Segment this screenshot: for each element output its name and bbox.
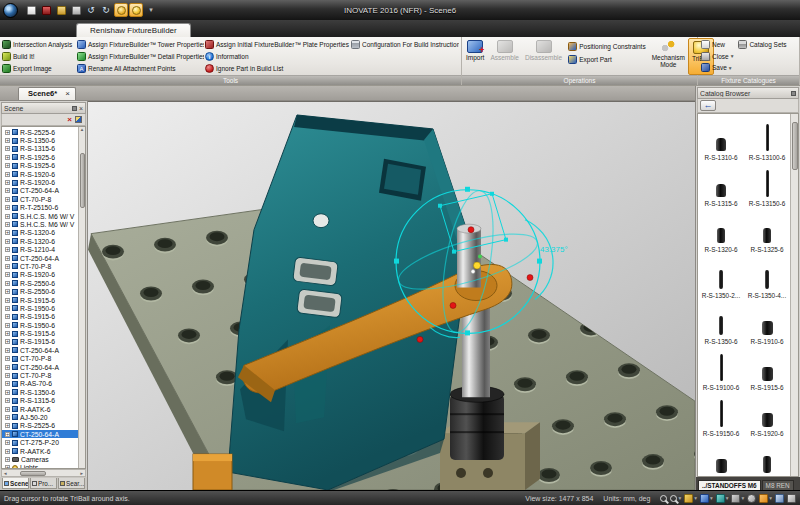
- catalog-item-r-s-1350-2[interactable]: R-S-1350-2...: [698, 254, 744, 300]
- tree-item[interactable]: CT-70-P-8: [2, 355, 78, 363]
- tree-item[interactable]: CT-70-P-8: [2, 262, 78, 270]
- expander-icon[interactable]: [5, 465, 10, 468]
- expander-icon[interactable]: [5, 390, 10, 395]
- tree-item[interactable]: R-S-2550-6: [2, 279, 78, 287]
- scroll-left-icon[interactable]: ◄: [2, 471, 8, 476]
- mechanism-mode-button[interactable]: Mechanism Mode: [649, 38, 688, 75]
- expander-icon[interactable]: [5, 449, 10, 454]
- catalog-item-r-s-1950-6[interactable]: R-S-1950-6: [744, 438, 790, 477]
- tree-item[interactable]: R-S-1920-6: [2, 170, 78, 178]
- catalog-item-r-s-1350-4[interactable]: R-S-1350-4...: [744, 254, 790, 300]
- pan-button[interactable]: ▾: [716, 494, 729, 503]
- triball-toggle-button[interactable]: [129, 3, 143, 17]
- expander-icon[interactable]: [5, 314, 10, 319]
- dropdown-caret-icon[interactable]: ▾: [726, 495, 729, 501]
- tree-item[interactable]: R-S-1315-6: [2, 145, 78, 153]
- viewport-3d[interactable]: 43.375°: [88, 101, 695, 490]
- tree-item[interactable]: R-T-25150-6: [2, 204, 78, 212]
- clamp-block[interactable]: [193, 454, 232, 490]
- expander-icon[interactable]: [5, 239, 10, 244]
- locating-pin[interactable]: [457, 224, 481, 287]
- tree-item[interactable]: S.H.C.S. M6 W/ V: [2, 220, 78, 228]
- panel-tab-scene[interactable]: Scene: [2, 478, 29, 489]
- catalog-item-r-s-1320-6[interactable]: R-S-1320-6: [698, 208, 744, 254]
- scrollbar-thumb[interactable]: [20, 471, 46, 476]
- expander-icon[interactable]: [5, 230, 10, 235]
- positioning-constraints-button[interactable]: Positioning Constraints: [568, 42, 645, 51]
- tree-item[interactable]: CT-250-64-A: [2, 430, 78, 438]
- expander-icon[interactable]: [5, 339, 10, 344]
- dropdown-caret-icon[interactable]: ▾: [678, 495, 681, 501]
- delete-filter-icon[interactable]: ×: [67, 116, 72, 124]
- tree-item[interactable]: R-S-1915-6: [2, 329, 78, 337]
- configuration-for-build-instructions-button[interactable]: Configuration For Build Instructions: [350, 40, 459, 49]
- tree-item-cameras[interactable]: Cameras: [2, 455, 78, 463]
- snap-toggle-button[interactable]: [114, 3, 128, 17]
- tree-item[interactable]: R-S-1320-6: [2, 237, 78, 245]
- dropdown-caret-icon[interactable]: ▾: [694, 495, 697, 501]
- pin-icon[interactable]: [72, 106, 77, 111]
- catalog-item-r-s-19100-6[interactable]: R-S-19100-6: [698, 346, 744, 392]
- expander-icon[interactable]: [5, 281, 10, 286]
- tree-item[interactable]: R-S-1950-6: [2, 304, 78, 312]
- expander-icon[interactable]: [5, 423, 10, 428]
- expander-icon[interactable]: [5, 146, 10, 151]
- tree-item[interactable]: R-S-1925-6: [2, 162, 78, 170]
- catalog-item-r-s-1315-6[interactable]: R-S-1315-6: [698, 162, 744, 208]
- tree-item[interactable]: CT-250-64-A: [2, 363, 78, 371]
- document-tab-scene6[interactable]: Scene6* ×: [18, 87, 76, 100]
- expander-icon[interactable]: [5, 407, 10, 412]
- new-button[interactable]: New: [701, 40, 733, 49]
- tree-item[interactable]: R-S-1350-6: [2, 136, 78, 144]
- tree-item[interactable]: R-S-1315-6: [2, 397, 78, 405]
- export-part-button[interactable]: Export Part: [568, 55, 645, 64]
- expander-icon[interactable]: [5, 130, 10, 135]
- viewport-layout-button[interactable]: ▾: [759, 494, 772, 503]
- catalog-item-r-s-1925-6[interactable]: R-S-1925-6: [698, 438, 744, 477]
- tree-item[interactable]: R-S-1920-6: [2, 271, 78, 279]
- expander-icon[interactable]: [5, 264, 10, 269]
- undo-button[interactable]: ↺: [84, 3, 98, 17]
- import-button[interactable]: Import: [463, 38, 487, 75]
- expander-icon[interactable]: [5, 365, 10, 370]
- dropdown-caret-icon[interactable]: ▾: [741, 495, 744, 501]
- tree-item[interactable]: R-S-1915-6: [2, 296, 78, 304]
- expander-icon[interactable]: [5, 457, 10, 462]
- perspective-button[interactable]: [747, 494, 756, 503]
- app-logo-icon[interactable]: [3, 3, 18, 18]
- dropdown-caret-icon[interactable]: ▾: [769, 495, 772, 501]
- dropdown-caret-icon[interactable]: ▾: [710, 495, 713, 501]
- expander-icon[interactable]: [5, 432, 10, 437]
- tree-item[interactable]: CT-250-64-A: [2, 254, 78, 262]
- expander-icon[interactable]: [5, 323, 10, 328]
- catalog-sets-button[interactable]: Catalog Sets: [738, 40, 786, 49]
- document-close-icon[interactable]: ×: [65, 89, 70, 98]
- expander-icon[interactable]: [5, 381, 10, 386]
- expander-icon[interactable]: [5, 331, 10, 336]
- catalog-item-r-s-1910-6[interactable]: R-S-1910-6: [744, 300, 790, 346]
- expander-icon[interactable]: [5, 415, 10, 420]
- assign-fixturebuilder-detail-properties-button[interactable]: Assign FixtureBuilder™ Detail Properties: [76, 52, 204, 61]
- close-button[interactable]: Close▾: [701, 52, 733, 61]
- catalog-item-r-s-13100-6[interactable]: R-S-13100-6: [744, 116, 790, 162]
- more-button[interactable]: ▾: [144, 3, 158, 17]
- tree-item[interactable]: S.H.C.S. M6 W/ V: [2, 212, 78, 220]
- catalog-item-r-s-1350-6[interactable]: R-S-1350-6: [698, 300, 744, 346]
- open-button[interactable]: [54, 3, 68, 17]
- scroll-right-icon[interactable]: ►: [79, 471, 85, 476]
- zoom-button[interactable]: [660, 495, 667, 502]
- tree-item[interactable]: CT-70-P-8: [2, 371, 78, 379]
- catalog-item-r-s-1915-6[interactable]: R-S-1915-6: [744, 346, 790, 392]
- print-button[interactable]: [775, 494, 784, 503]
- rename-all-attachment-points-button[interactable]: Rename All Attachment Points: [76, 64, 204, 73]
- tree-item[interactable]: R-S-1210-4: [2, 245, 78, 253]
- expander-icon[interactable]: [5, 205, 10, 210]
- shading-button[interactable]: ▾: [700, 494, 713, 503]
- scrollbar-thumb[interactable]: [792, 122, 798, 170]
- tree-item[interactable]: R-AS-70-6: [2, 380, 78, 388]
- tree-item[interactable]: R-S-1915-6: [2, 338, 78, 346]
- catalog-vertical-scrollbar[interactable]: [790, 114, 798, 476]
- back-icon[interactable]: ←: [700, 100, 716, 111]
- expander-icon[interactable]: [5, 197, 10, 202]
- dropdown-caret-icon[interactable]: ▾: [731, 53, 734, 59]
